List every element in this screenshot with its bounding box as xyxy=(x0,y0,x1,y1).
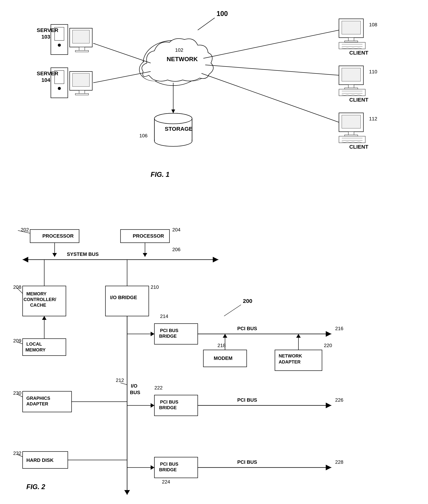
svg-text:102: 102 xyxy=(175,47,183,53)
svg-text:I/O: I/O xyxy=(131,383,138,389)
svg-text:100: 100 xyxy=(216,10,228,17)
fig1-svg: 100 SERVER 103 SE xyxy=(19,8,414,218)
svg-text:PCI BUS: PCI BUS xyxy=(237,459,257,465)
svg-point-38 xyxy=(154,113,192,124)
page: 100 SERVER 103 SE xyxy=(0,0,428,504)
svg-point-29 xyxy=(169,46,196,65)
svg-text:202: 202 xyxy=(21,227,29,232)
svg-rect-50 xyxy=(339,66,363,85)
svg-line-68 xyxy=(93,43,151,63)
svg-text:104: 104 xyxy=(41,77,50,83)
svg-text:232: 232 xyxy=(13,450,21,456)
svg-rect-100 xyxy=(106,286,149,316)
svg-text:PCI BUS: PCI BUS xyxy=(237,326,257,331)
svg-text:108: 108 xyxy=(369,22,377,27)
svg-text:230: 230 xyxy=(13,390,21,396)
svg-text:CLIENT: CLIENT xyxy=(349,144,368,150)
svg-text:204: 204 xyxy=(172,227,180,232)
svg-point-24 xyxy=(169,44,197,65)
svg-rect-16 xyxy=(79,90,85,94)
svg-rect-33 xyxy=(154,119,192,141)
svg-text:I/O BRIDGE: I/O BRIDGE xyxy=(110,295,137,300)
svg-rect-127 xyxy=(203,350,247,367)
svg-point-34 xyxy=(154,136,192,146)
svg-rect-82 xyxy=(121,230,169,243)
svg-line-77 xyxy=(224,305,241,316)
svg-point-21 xyxy=(139,58,169,81)
svg-text:FIG. 2: FIG. 2 xyxy=(26,483,45,491)
svg-line-167 xyxy=(17,454,23,457)
svg-point-4 xyxy=(58,44,61,47)
svg-point-22 xyxy=(177,58,207,81)
svg-text:228: 228 xyxy=(335,459,343,465)
svg-marker-88 xyxy=(23,257,28,263)
svg-rect-3 xyxy=(55,27,64,40)
svg-text:SERVER: SERVER xyxy=(37,71,58,76)
svg-rect-78 xyxy=(30,230,79,243)
svg-point-26 xyxy=(140,60,169,81)
svg-line-71 xyxy=(205,65,339,75)
svg-text:224: 224 xyxy=(162,479,170,485)
svg-text:CACHE: CACHE xyxy=(30,303,46,308)
svg-rect-63 xyxy=(339,136,365,143)
svg-text:200: 200 xyxy=(243,298,252,304)
svg-text:226: 226 xyxy=(335,397,343,403)
svg-text:FIG. 1: FIG. 1 xyxy=(151,171,169,178)
svg-marker-143 xyxy=(151,403,154,408)
svg-line-152 xyxy=(17,394,23,397)
svg-rect-2 xyxy=(51,24,68,55)
svg-line-109 xyxy=(17,342,23,344)
svg-marker-93 xyxy=(143,253,147,257)
svg-line-1 xyxy=(198,18,215,30)
svg-rect-94 xyxy=(23,286,66,316)
svg-text:PCI BUS: PCI BUS xyxy=(160,462,178,467)
svg-text:PCI BUS: PCI BUS xyxy=(237,397,257,403)
svg-text:PCI BUS: PCI BUS xyxy=(160,328,178,333)
svg-point-23 xyxy=(151,46,177,67)
svg-marker-124 xyxy=(326,331,331,337)
svg-point-32 xyxy=(154,113,192,124)
svg-marker-122 xyxy=(151,332,154,336)
svg-text:NETWORK: NETWORK xyxy=(279,353,302,358)
svg-rect-62 xyxy=(345,135,358,136)
svg-text:BRIDGE: BRIDGE xyxy=(159,334,177,339)
svg-text:MEMORY: MEMORY xyxy=(25,347,46,352)
svg-marker-161 xyxy=(326,465,331,470)
svg-line-69 xyxy=(93,72,151,83)
svg-text:106: 106 xyxy=(139,133,148,138)
svg-rect-7 xyxy=(79,47,85,51)
svg-marker-145 xyxy=(326,403,331,408)
svg-text:216: 216 xyxy=(335,326,343,331)
svg-rect-15 xyxy=(73,73,90,87)
svg-marker-131 xyxy=(223,334,227,338)
svg-rect-60 xyxy=(342,115,361,128)
svg-text:GRAPHICS: GRAPHICS xyxy=(26,396,50,401)
svg-text:SERVER: SERVER xyxy=(37,27,58,33)
svg-point-28 xyxy=(152,48,176,67)
svg-text:CLIENT: CLIENT xyxy=(349,50,368,56)
svg-text:HARD DISK: HARD DISK xyxy=(26,457,54,463)
svg-text:206: 206 xyxy=(172,247,180,252)
svg-rect-14 xyxy=(70,72,92,90)
svg-rect-52 xyxy=(348,85,354,88)
svg-point-20 xyxy=(143,40,203,86)
fig2-diagram: 200 PROCESSOR 202 PROCESSOR 204 SYSTEM B… xyxy=(11,222,416,497)
svg-rect-6 xyxy=(73,30,90,43)
svg-line-116 xyxy=(121,383,127,385)
svg-marker-159 xyxy=(151,465,154,470)
svg-rect-164 xyxy=(23,451,68,468)
svg-text:PROCESSOR: PROCESSOR xyxy=(133,233,164,239)
svg-rect-154 xyxy=(154,457,198,478)
fig2-svg: 200 PROCESSOR 202 PROCESSOR 204 SYSTEM B… xyxy=(11,222,416,497)
svg-rect-17 xyxy=(75,94,89,95)
svg-text:212: 212 xyxy=(116,377,124,383)
svg-rect-5 xyxy=(70,28,92,47)
svg-point-27 xyxy=(178,60,206,81)
svg-marker-91 xyxy=(52,253,57,257)
fig1-diagram: 100 SERVER 103 SE xyxy=(19,8,414,218)
svg-rect-148 xyxy=(23,391,72,412)
svg-line-72 xyxy=(201,73,339,122)
svg-text:BUS: BUS xyxy=(130,390,140,395)
svg-text:BRIDGE: BRIDGE xyxy=(159,405,177,410)
svg-text:222: 222 xyxy=(154,385,163,391)
